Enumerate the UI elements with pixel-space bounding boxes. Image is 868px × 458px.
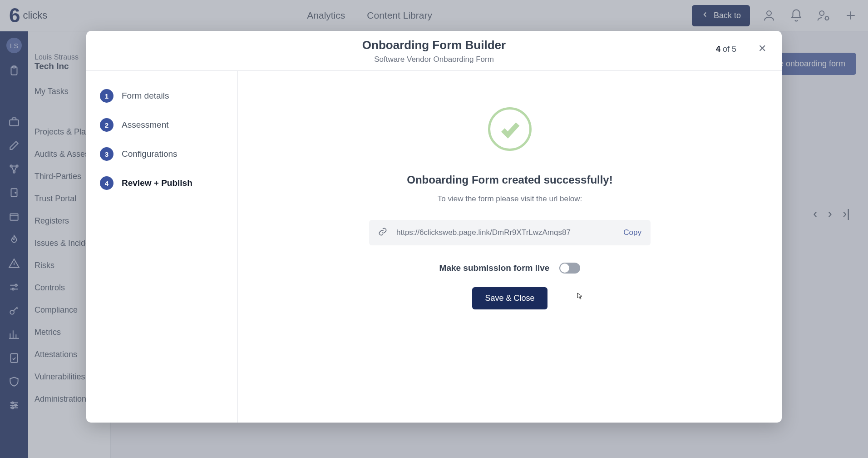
success-check-icon — [488, 107, 532, 151]
step-sep: of — [720, 45, 732, 54]
step-number: 1 — [100, 89, 113, 103]
live-toggle-row: Make submission form live — [439, 263, 581, 274]
modal-title: Onboarding Form Builder — [100, 38, 768, 52]
step-list: 1 Form details 2 Assessment 3 Configurat… — [86, 71, 238, 423]
form-url: https://6clicksweb.page.link/DmRr9XTrLwz… — [396, 228, 614, 237]
success-subtext: To view the form please visit the url be… — [438, 194, 582, 204]
modal-header: Onboarding Form Builder Software Vendor … — [86, 31, 782, 71]
close-icon[interactable]: ✕ — [756, 43, 768, 55]
step-label: Review + Publish — [122, 178, 192, 188]
step-number: 3 — [100, 147, 113, 161]
success-title: Onboarding Form created successfully! — [407, 174, 612, 186]
live-toggle-label: Make submission form live — [439, 263, 550, 273]
step-label: Form details — [122, 91, 169, 101]
modal-subtitle: Software Vendor Onbaording Form — [100, 55, 768, 64]
live-toggle[interactable] — [559, 263, 580, 274]
save-close-button[interactable]: Save & Close — [472, 287, 547, 309]
onboarding-form-builder-modal: Onboarding Form Builder Software Vendor … — [86, 31, 782, 423]
url-box: https://6clicksweb.page.link/DmRr9XTrLwz… — [369, 220, 651, 245]
step-number: 2 — [100, 118, 113, 132]
step-label: Configurations — [122, 149, 178, 159]
step-current: 4 — [716, 45, 720, 54]
step-label: Assessment — [122, 120, 168, 130]
step-assessment[interactable]: 2 Assessment — [100, 118, 224, 132]
step-form-details[interactable]: 1 Form details — [100, 89, 224, 103]
modal-content: Onboarding Form created successfully! To… — [238, 71, 782, 423]
link-icon — [378, 227, 387, 238]
step-configurations[interactable]: 3 Configurations — [100, 147, 224, 161]
step-counter: 4 of 5 — [716, 45, 736, 54]
save-close-label: Save & Close — [485, 294, 534, 303]
copy-button[interactable]: Copy — [623, 228, 641, 237]
step-number: 4 — [100, 176, 113, 190]
step-review-publish[interactable]: 4 Review + Publish — [100, 176, 224, 190]
step-total: 5 — [732, 45, 736, 54]
